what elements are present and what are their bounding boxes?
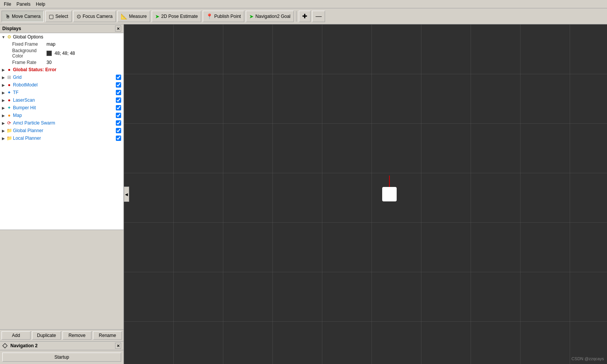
global-options-expand[interactable]: ▼ <box>1 34 6 40</box>
laser-scan-row[interactable]: ▶ ● LaserScan <box>0 96 123 104</box>
global-planner-expand[interactable]: ▶ <box>1 128 6 133</box>
robot-model-expand[interactable]: ▶ <box>1 82 6 88</box>
move-camera-label: Move Camera <box>12 14 40 19</box>
add-button[interactable]: Add <box>2 331 30 340</box>
laser-scan-checkbox[interactable] <box>116 97 121 103</box>
bumper-hit-row[interactable]: ▶ ✦ Bumper Hit <box>0 104 123 112</box>
plus-icon: ✚ <box>302 13 307 20</box>
displays-panel: Displays ✕ ▼ ⚙ Global Options Fixed Fram… <box>0 24 123 230</box>
nav-goal-icon: ➤ <box>249 13 254 19</box>
menu-file[interactable]: File <box>2 1 13 8</box>
bg-color-label: Background Color <box>1 48 46 59</box>
nav-goal-button[interactable]: ➤ Navigation2 Goal <box>246 11 294 22</box>
options-icon: — <box>316 13 322 20</box>
amcl-label: Amcl Particle Swarm <box>13 120 116 126</box>
local-planner-checkbox[interactable] <box>116 136 121 141</box>
robot-model-icon: ● <box>6 82 12 88</box>
tf-expand[interactable]: ▶ <box>1 90 6 95</box>
watermark: CSDN @zzqcays <box>572 356 604 361</box>
global-options-icon: ⚙ <box>6 34 12 40</box>
laser-scan-label: LaserScan <box>13 97 116 103</box>
map-expand[interactable]: ▶ <box>1 113 6 118</box>
publish-point-icon: 📍 <box>206 13 213 19</box>
tf-checkbox[interactable] <box>116 90 121 95</box>
svg-marker-0 <box>3 343 7 348</box>
bg-color-swatch <box>46 51 52 56</box>
focus-camera-icon: ⊙ <box>77 13 81 19</box>
nav-panel-close[interactable]: ✕ <box>115 343 121 349</box>
map-checkbox[interactable] <box>116 113 121 118</box>
move-camera-button[interactable]: 🖱 Move Camera <box>2 11 44 22</box>
displays-tree: ▼ ⚙ Global Options Fixed Frame map Backg… <box>0 33 123 230</box>
fixed-frame-row: Fixed Frame map <box>0 41 123 48</box>
measure-button[interactable]: 📐 Measure <box>117 11 150 22</box>
displays-panel-title: Displays <box>2 26 21 31</box>
measure-icon: 📐 <box>121 13 127 19</box>
select-button[interactable]: ▢ Select <box>45 11 71 22</box>
global-options-row[interactable]: ▼ ⚙ Global Options <box>0 33 123 41</box>
displays-panel-header: Displays ✕ <box>0 24 123 33</box>
amcl-checkbox[interactable] <box>116 120 121 126</box>
duplicate-button[interactable]: Duplicate <box>32 331 61 340</box>
startup-button[interactable]: Startup <box>2 353 121 362</box>
amcl-row[interactable]: ▶ ⟳ Amcl Particle Swarm <box>0 119 123 127</box>
tf-row[interactable]: ▶ ✦ TF <box>0 89 123 96</box>
add-tool-button[interactable]: ✚ <box>299 11 311 22</box>
tf-icon: ✦ <box>6 89 12 96</box>
pose-estimate-icon: ➤ <box>155 13 160 19</box>
displays-buttons: Add Duplicate Remove Rename <box>0 329 123 341</box>
robot-representation <box>382 187 397 201</box>
nav-panel: Navigation 2 ✕ Startup <box>0 341 123 364</box>
robot-model-checkbox[interactable] <box>116 82 121 88</box>
options-button[interactable]: — <box>312 11 325 22</box>
local-planner-label: Local Planner <box>13 136 116 141</box>
local-planner-row[interactable]: ▶ 📁 Local Planner <box>0 134 123 142</box>
bg-color-value[interactable]: 48; 48; 48 <box>46 51 123 56</box>
main-layout: Displays ✕ ▼ ⚙ Global Options Fixed Fram… <box>0 24 607 364</box>
global-planner-row[interactable]: ▶ 📁 Global Planner <box>0 127 123 134</box>
robot-model-row[interactable]: ▶ ● RobotModel <box>0 81 123 89</box>
frame-rate-row: Frame Rate 30 <box>0 59 123 66</box>
select-label: Select <box>55 14 68 19</box>
bg-color-row: Background Color 48; 48; 48 <box>0 48 123 59</box>
map-row[interactable]: ▶ ● Map <box>0 112 123 119</box>
rename-button[interactable]: Rename <box>93 331 122 340</box>
global-planner-label: Global Planner <box>13 128 116 133</box>
laser-scan-icon: ● <box>6 97 12 103</box>
publish-point-button[interactable]: 📍 Publish Point <box>203 11 244 22</box>
menu-bar: File Panels Help <box>0 0 607 8</box>
nav-panel-header: Navigation 2 ✕ <box>0 342 123 350</box>
toolbar-separator <box>296 11 296 22</box>
move-camera-icon: 🖱 <box>5 13 10 19</box>
frame-rate-value[interactable]: 30 <box>46 60 123 65</box>
global-status-expand[interactable]: ▶ <box>1 67 6 72</box>
grid-row[interactable]: ▶ ⊞ Grid <box>0 73 123 81</box>
global-status-row[interactable]: ▶ ● Global Status: Error <box>0 66 123 73</box>
tf-label: TF <box>13 90 116 95</box>
grid-label: Grid <box>13 75 116 80</box>
fixed-frame-value[interactable]: map <box>46 42 123 47</box>
focus-camera-button[interactable]: ⊙ Focus Camera <box>73 11 116 22</box>
menu-help[interactable]: Help <box>34 1 48 8</box>
pose-estimate-button[interactable]: ➤ 2D Pose Estimate <box>152 11 201 22</box>
publish-point-label: Publish Point <box>214 14 241 19</box>
amcl-expand[interactable]: ▶ <box>1 120 6 126</box>
global-planner-icon: 📁 <box>6 128 12 134</box>
map-label: Map <box>13 113 116 118</box>
nav-diamond-icon <box>2 343 8 348</box>
bumper-hit-checkbox[interactable] <box>116 105 121 110</box>
global-planner-checkbox[interactable] <box>116 128 121 133</box>
laser-scan-expand[interactable]: ▶ <box>1 97 6 103</box>
nav-panel-title: Navigation 2 <box>10 343 37 348</box>
nav-goal-label: Navigation2 Goal <box>255 14 290 19</box>
grid-expand[interactable]: ▶ <box>1 75 6 80</box>
menu-panels[interactable]: Panels <box>14 1 33 8</box>
grid-checkbox[interactable] <box>116 75 121 80</box>
nav-panel-title-area: Navigation 2 <box>2 343 38 349</box>
displays-panel-close[interactable]: ✕ <box>115 26 121 32</box>
collapse-panel-button[interactable]: ◀ <box>124 187 129 202</box>
remove-button[interactable]: Remove <box>62 331 91 340</box>
local-planner-expand[interactable]: ▶ <box>1 136 6 141</box>
global-status-icon: ● <box>6 67 12 73</box>
bumper-hit-expand[interactable]: ▶ <box>1 105 6 110</box>
